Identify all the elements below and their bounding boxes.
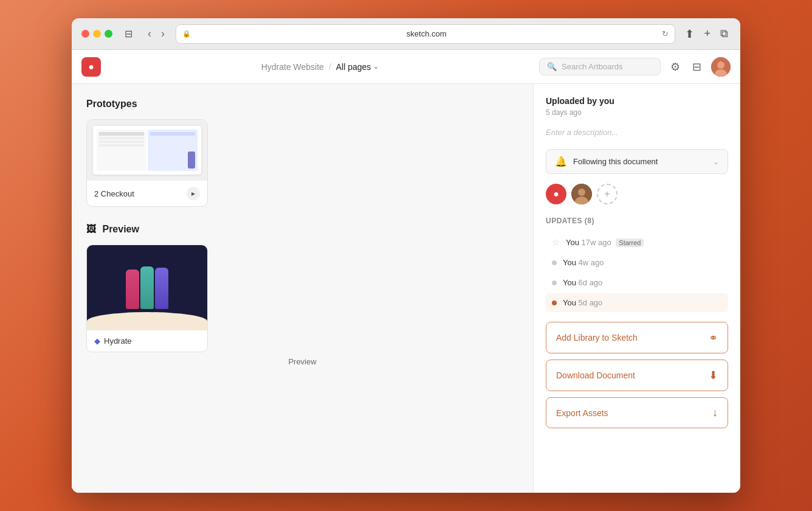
prototype-thumbnail: [87, 120, 207, 181]
logo-icon: ●: [88, 61, 94, 72]
sidebar-toggle-icon[interactable]: ⊟: [120, 26, 137, 43]
update-item: You 4w ago: [546, 253, 728, 272]
prototypes-section-title: Prototypes: [86, 99, 518, 109]
minimize-button[interactable]: [93, 30, 101, 38]
svg-point-1: [717, 61, 724, 69]
user-avatar[interactable]: [711, 57, 731, 77]
export-icon: ↓: [712, 406, 718, 419]
settings-button[interactable]: ⚙: [668, 58, 683, 76]
add-collaborator-button[interactable]: +: [597, 184, 618, 204]
update-item: You 6d ago: [546, 273, 728, 292]
bottle-pink: [126, 269, 139, 309]
preview-name-label: Preview: [86, 352, 518, 371]
svg-point-4: [578, 189, 585, 196]
nav-buttons: ‹ ›: [144, 25, 168, 43]
prototype-name: 2 Checkout: [94, 189, 134, 198]
app-header: ● Hydrate Website / All pages ⌄ 🔍 Search…: [72, 50, 740, 84]
download-icon: ⬇: [709, 369, 718, 382]
update-dot-icon: [552, 260, 557, 265]
url-text: sketch.com: [194, 29, 658, 38]
back-button[interactable]: ‹: [144, 25, 155, 43]
breadcrumb: Hydrate Website / All pages ⌄: [101, 62, 539, 72]
follow-btn-left: 🔔 Following this document: [555, 156, 658, 167]
proto-preview: [93, 126, 201, 175]
download-document-button[interactable]: Download Document ⬇: [546, 360, 728, 391]
preview-thumbnail: [87, 245, 207, 330]
search-icon: 🔍: [547, 62, 557, 71]
export-label: Export Assets: [556, 408, 608, 418]
browser-window: ⊟ ‹ › 🔒 sketch.com ↻ ⬆ + ⧉ ● Hydrate Web…: [72, 18, 740, 493]
left-panel: Prototypes: [72, 84, 534, 493]
bottle-teal: [140, 266, 154, 309]
app-layout: ● Hydrate Website / All pages ⌄ 🔍 Search…: [72, 50, 740, 493]
follow-button[interactable]: 🔔 Following this document ⌄: [546, 149, 728, 174]
main-content: Prototypes: [72, 84, 740, 493]
update-item-highlighted: You 5d ago: [546, 293, 728, 312]
maximize-button[interactable]: [105, 30, 112, 38]
forward-button[interactable]: ›: [157, 25, 168, 43]
preview-section: 🖼 Preview ◆: [86, 224, 518, 371]
right-panel: Uploaded by you 5 days ago Enter a descr…: [534, 84, 740, 493]
preview-section-title: 🖼 Preview: [86, 224, 518, 235]
add-library-button[interactable]: Add Library to Sketch ⚭: [546, 322, 728, 353]
bottle-purple: [155, 268, 168, 309]
play-button[interactable]: ▶: [187, 187, 200, 200]
star-icon: ☆: [552, 237, 560, 247]
update-text: You 6d ago: [563, 278, 602, 287]
search-bar[interactable]: 🔍 Search Artboards: [539, 58, 661, 75]
tabs-button[interactable]: ⧉: [718, 25, 731, 43]
update-dot-icon: [552, 280, 557, 285]
browser-chrome: ⊟ ‹ › 🔒 sketch.com ↻ ⬆ + ⧉: [72, 18, 740, 50]
share-button[interactable]: ⬆: [683, 25, 697, 43]
close-button[interactable]: [81, 30, 89, 38]
prototype-card[interactable]: 2 Checkout ▶: [86, 119, 208, 207]
starred-badge: Starred: [616, 238, 644, 247]
preview-item-name: Hydrate: [104, 336, 132, 346]
update-dot-icon: [552, 301, 557, 305]
bottles-container: [126, 266, 168, 309]
search-placeholder: Search Artboards: [562, 62, 622, 71]
bell-icon: 🔔: [555, 156, 567, 167]
collaborator-avatar-you[interactable]: ●: [546, 184, 566, 204]
diamond-icon: ◆: [94, 336, 100, 346]
browser-actions: ⬆ + ⧉: [683, 25, 731, 43]
reload-button[interactable]: ↻: [662, 29, 669, 38]
preview-section-icon: 🖼: [86, 224, 96, 234]
collaborators: ● +: [546, 184, 728, 204]
chevron-down-icon: ⌄: [373, 63, 379, 71]
upload-time: 5 days ago: [546, 108, 728, 117]
follow-text: Following this document: [573, 157, 658, 166]
collaborator-avatar-user2[interactable]: [571, 184, 592, 204]
update-item: ☆ You 17w ago Starred: [546, 232, 728, 252]
updates-header: UPDATES (8): [546, 217, 728, 225]
breadcrumb-current[interactable]: All pages ⌄: [336, 62, 379, 72]
proto-left-panel: [97, 130, 146, 171]
follow-chevron-icon: ⌄: [713, 158, 719, 166]
header-right: 🔍 Search Artboards ⚙ ⊟: [539, 57, 731, 77]
preview-label: ◆ Hydrate: [87, 330, 207, 352]
update-text: You 4w ago: [563, 258, 604, 267]
breadcrumb-separator: /: [329, 62, 331, 72]
layout-button[interactable]: ⊟: [690, 58, 704, 76]
lock-icon: 🔒: [182, 30, 191, 38]
app-logo[interactable]: ●: [81, 57, 101, 77]
link-icon: ⚭: [709, 331, 718, 344]
preview-card[interactable]: ◆ Hydrate: [86, 245, 208, 352]
cream-background: [87, 312, 207, 330]
update-text: You 5d ago: [563, 298, 602, 307]
add-library-label: Add Library to Sketch: [556, 333, 638, 342]
address-bar[interactable]: 🔒 sketch.com ↻: [176, 24, 675, 44]
avatar-icon: ●: [553, 189, 559, 200]
action-buttons: Add Library to Sketch ⚭ Download Documen…: [546, 322, 728, 428]
export-assets-button[interactable]: Export Assets ↓: [546, 397, 728, 428]
download-label: Download Document: [556, 370, 635, 380]
description-field[interactable]: Enter a description...: [546, 125, 728, 139]
prototype-label: 2 Checkout ▶: [87, 181, 207, 206]
proto-right-panel: [148, 130, 198, 171]
new-tab-button[interactable]: +: [701, 25, 713, 43]
traffic-lights: [81, 30, 112, 38]
uploaded-by-label: Uploaded by you: [546, 96, 728, 106]
breadcrumb-parent[interactable]: Hydrate Website: [261, 62, 324, 72]
update-text: You 17w ago Starred: [566, 238, 644, 247]
